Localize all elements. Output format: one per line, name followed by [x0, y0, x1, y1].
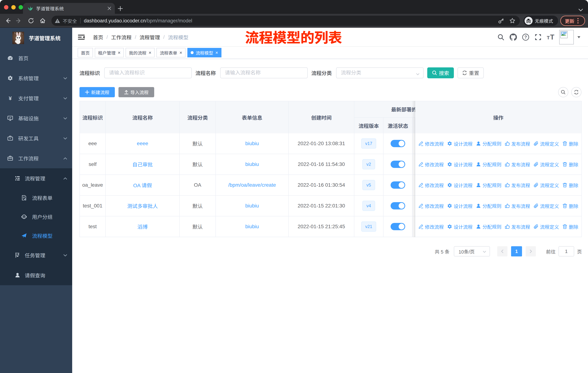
sidebar-item-7[interactable]: 流程表单: [0, 188, 72, 207]
action-publish-link[interactable]: 发布流程: [505, 223, 530, 230]
active-switch[interactable]: [391, 161, 405, 168]
action-publish-link[interactable]: 发布流程: [505, 140, 530, 147]
github-icon[interactable]: [510, 33, 517, 41]
action-assign-link[interactable]: 分配规则: [476, 161, 501, 168]
sidebar-item-10[interactable]: 任务管理: [0, 245, 72, 265]
back-button[interactable]: [4, 18, 11, 26]
action-design-link[interactable]: 设计流程: [447, 161, 473, 168]
tag-close-icon[interactable]: ×: [148, 50, 151, 55]
action-definition-link[interactable]: 流程定义: [534, 182, 559, 189]
process-key-input[interactable]: [104, 67, 192, 78]
cell-form-link[interactable]: biubiu: [245, 141, 259, 146]
sidebar-collapse-button[interactable]: [78, 33, 85, 42]
next-page-button[interactable]: [526, 246, 536, 256]
docs-help-button[interactable]: ?: [522, 33, 529, 41]
action-edit-link[interactable]: 修改流程: [418, 202, 444, 209]
reset-button[interactable]: 重置: [458, 67, 484, 78]
version-tag[interactable]: v4: [362, 201, 375, 211]
cell-form-link[interactable]: biubiu: [245, 203, 259, 209]
action-definition-link[interactable]: 流程定义: [534, 223, 559, 230]
sidebar-item-9[interactable]: 流程模型: [0, 226, 72, 245]
forward-icon[interactable]: [16, 18, 22, 24]
menu-dots-icon[interactable]: [577, 18, 579, 24]
home-icon[interactable]: [39, 18, 46, 24]
reload-button[interactable]: [28, 18, 34, 26]
sidebar-item-5[interactable]: 工作流程: [0, 148, 72, 168]
security-label[interactable]: 不安全: [63, 18, 77, 24]
action-design-link[interactable]: 设计流程: [447, 182, 473, 189]
action-edit-link[interactable]: 修改流程: [418, 161, 444, 168]
tab-overflow-chevron-icon[interactable]: [578, 9, 583, 11]
sidebar-item-8[interactable]: 用户分组: [0, 207, 72, 226]
action-definition-link[interactable]: 流程定义: [534, 202, 559, 209]
tag-close-icon[interactable]: ×: [179, 50, 182, 55]
category-select[interactable]: [336, 67, 424, 78]
active-switch[interactable]: [391, 202, 405, 210]
active-switch[interactable]: [391, 140, 405, 147]
cell-form-link[interactable]: biubiu: [245, 161, 259, 167]
help-icon[interactable]: ?: [522, 33, 529, 41]
active-switch[interactable]: [391, 223, 405, 230]
prev-page-button[interactable]: [497, 246, 507, 256]
action-delete-link[interactable]: 删除: [562, 140, 578, 147]
zoom-window-button[interactable]: [19, 5, 23, 10]
breadcrumb-item-2[interactable]: 流程管理: [140, 33, 160, 41]
address-bar[interactable]: 不安全 dashboard.yudao.iocoder.cn/bpm/manag…: [51, 16, 520, 26]
refresh-table-button[interactable]: [571, 87, 581, 97]
create-process-button[interactable]: 新建流程: [79, 87, 115, 97]
search-icon[interactable]: [497, 33, 504, 41]
action-assign-link[interactable]: 分配规则: [476, 181, 501, 189]
cell-form-link[interactable]: /bpm/oa/leave/create: [228, 182, 276, 188]
active-switch[interactable]: [391, 181, 405, 189]
page-size-select[interactable]: 10条/页: [454, 246, 490, 256]
sidebar-item-11[interactable]: 请假查询: [0, 265, 72, 285]
action-delete-link[interactable]: 删除: [562, 161, 578, 168]
search-button[interactable]: 搜索: [427, 67, 454, 78]
tag-0[interactable]: 首页: [78, 48, 93, 57]
cell-process-name-link[interactable]: eeee: [137, 141, 148, 146]
current-page-button[interactable]: 1: [511, 246, 522, 256]
action-definition-link[interactable]: 流程定义: [534, 140, 559, 147]
tag-4[interactable]: 流程模型×: [187, 48, 221, 57]
sidebar-item-2[interactable]: ¥支付管理: [0, 88, 72, 108]
browser-update-button[interactable]: 更新: [560, 16, 585, 26]
action-edit-link[interactable]: 修改流程: [418, 223, 444, 230]
import-process-button[interactable]: 导入流程: [118, 87, 154, 97]
font-size-button[interactable]: TT: [547, 33, 555, 41]
version-tag[interactable]: v21: [361, 222, 376, 232]
action-assign-link[interactable]: 分配规则: [476, 202, 501, 210]
action-design-link[interactable]: 设计流程: [447, 223, 473, 230]
sidebar-item-6[interactable]: 流程管理: [0, 168, 72, 188]
sidebar-item-4[interactable]: 研发工具: [0, 128, 72, 148]
browser-tab[interactable]: 芋道管理系统: [23, 3, 115, 14]
action-publish-link[interactable]: 发布流程: [505, 161, 530, 168]
version-tag[interactable]: v5: [362, 180, 375, 190]
process-name-input[interactable]: [220, 67, 308, 78]
tag-close-icon[interactable]: ×: [118, 50, 120, 55]
tag-2[interactable]: 我的流程×: [126, 48, 155, 57]
cell-form-link[interactable]: biubiu: [245, 224, 259, 230]
home-button[interactable]: [39, 18, 46, 26]
breadcrumb-item-0[interactable]: 首页: [93, 33, 103, 41]
sidebar-item-1[interactable]: 系统管理: [0, 68, 72, 88]
forward-button[interactable]: [16, 18, 22, 26]
goto-page-input[interactable]: [558, 246, 574, 256]
toggle-search-button[interactable]: [558, 87, 568, 97]
sidebar-item-3[interactable]: 基础设施: [0, 108, 72, 128]
action-publish-link[interactable]: 发布流程: [505, 202, 530, 209]
sidebar-collapse-icon[interactable]: [78, 33, 85, 41]
action-design-link[interactable]: 设计流程: [447, 140, 473, 147]
user-menu-caret[interactable]: [577, 35, 581, 39]
action-edit-link[interactable]: 修改流程: [418, 182, 444, 189]
back-icon[interactable]: [4, 18, 11, 24]
new-tab-icon[interactable]: [118, 6, 123, 11]
bookmark-star-icon[interactable]: [509, 18, 515, 24]
breadcrumb-item-1[interactable]: 工作流程: [111, 33, 132, 41]
action-design-link[interactable]: 设计流程: [447, 202, 473, 209]
user-avatar[interactable]: [559, 30, 574, 44]
action-delete-link[interactable]: 删除: [562, 202, 578, 209]
action-assign-link[interactable]: 分配规则: [476, 223, 501, 230]
action-definition-link[interactable]: 流程定义: [534, 161, 559, 168]
action-delete-link[interactable]: 删除: [562, 223, 578, 230]
minimize-window-button[interactable]: [11, 5, 16, 10]
